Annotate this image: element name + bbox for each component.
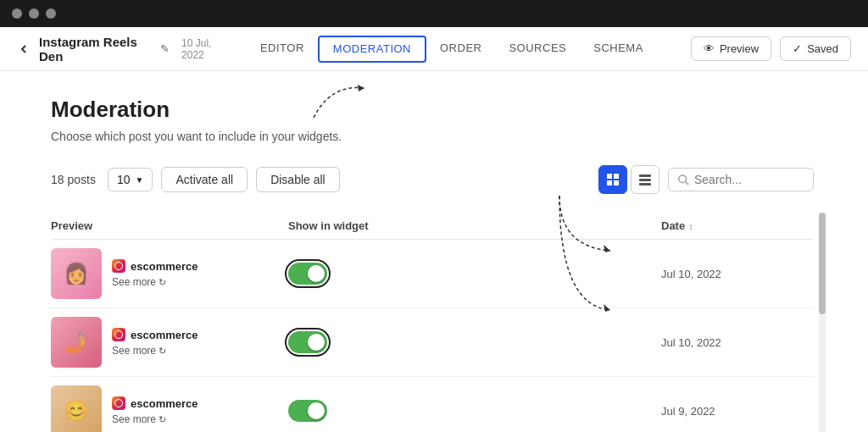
- table-header: Preview Show in widget Date ↕: [51, 213, 814, 240]
- scrollbar-thumb[interactable]: [819, 213, 826, 314]
- header-actions: 👁 Preview ✓ Saved: [691, 36, 851, 61]
- svg-rect-4: [614, 180, 619, 186]
- col-preview: Preview: [51, 219, 288, 232]
- toggle-knob-1: [308, 265, 325, 282]
- post-author-2: escommerce: [112, 328, 198, 341]
- table-row: 😊 escommerce See more ↻: [51, 377, 814, 432]
- post-author-1: escommerce: [112, 259, 198, 273]
- posts-count: 18 posts: [51, 173, 96, 186]
- toolbar: 18 posts 10 ▼ Activate all Disable all: [51, 165, 814, 194]
- instagram-icon-1: [112, 259, 125, 273]
- post-thumbnail-2: 🤳: [51, 317, 102, 368]
- see-more-3[interactable]: See more ↻: [112, 413, 198, 425]
- tab-moderation[interactable]: MODERATION: [318, 36, 426, 63]
- svg-rect-1: [607, 174, 612, 179]
- svg-rect-2: [614, 174, 619, 179]
- post-info-2: escommerce See more ↻: [112, 328, 198, 357]
- instagram-icon-3: [112, 396, 125, 410]
- traffic-light-2: [29, 8, 39, 19]
- tab-editor[interactable]: EDITOR: [247, 27, 318, 71]
- instagram-icon-2: [112, 328, 125, 341]
- sort-icon[interactable]: ↕: [688, 221, 693, 231]
- preview-button[interactable]: 👁 Preview: [691, 36, 771, 61]
- grid-icon: [606, 173, 620, 186]
- page-title: Moderation: [51, 97, 814, 123]
- post-thumbnail-3: 😊: [51, 385, 102, 432]
- table-row: 🤳 escommerce See more ↻: [51, 308, 814, 377]
- search-icon: [677, 174, 689, 186]
- header: Instagram Reels Den ✎ 10 Jul, 2022 EDITO…: [0, 27, 868, 71]
- svg-rect-6: [639, 179, 651, 181]
- per-page-select[interactable]: 10 ▼: [108, 168, 153, 191]
- toggle-cell-3: [288, 400, 661, 422]
- post-author-3: escommerce: [112, 396, 198, 410]
- see-more-2[interactable]: See more ↻: [112, 345, 198, 357]
- saved-button[interactable]: ✓ Saved: [780, 36, 851, 61]
- toggle-1[interactable]: [288, 263, 327, 285]
- view-toggle: [598, 165, 659, 194]
- post-info-1: escommerce See more ↻: [112, 259, 198, 288]
- per-page-value: 10: [117, 173, 131, 186]
- eye-icon: 👁: [704, 42, 715, 55]
- chevron-down-icon: ▼: [136, 175, 144, 185]
- toggle-3[interactable]: [288, 400, 327, 422]
- tab-order[interactable]: ORDER: [426, 27, 495, 71]
- svg-point-8: [679, 175, 687, 183]
- search-box[interactable]: [668, 168, 814, 191]
- date-1: Jul 10, 2022: [661, 268, 814, 280]
- svg-rect-5: [639, 174, 651, 177]
- traffic-light-1: [12, 8, 22, 19]
- toggle-cell-2: [288, 331, 661, 353]
- post-info-3: escommerce See more ↻: [112, 396, 198, 425]
- toggle-knob-2: [308, 334, 325, 351]
- table-row: 👩 escommerce See more ↻: [51, 240, 814, 308]
- post-preview-2: 🤳 escommerce See more ↻: [51, 317, 288, 368]
- edit-icon[interactable]: ✎: [160, 42, 170, 55]
- post-preview-1: 👩 escommerce See more ↻: [51, 248, 288, 299]
- post-thumbnail-1: 👩: [51, 248, 102, 299]
- tab-schema[interactable]: SCHEMA: [580, 27, 657, 71]
- back-button[interactable]: [17, 42, 31, 56]
- site-title: Instagram Reels Den: [39, 35, 148, 64]
- col-date: Date ↕: [661, 219, 814, 232]
- top-bar: [0, 0, 868, 27]
- header-left: Instagram Reels Den ✎ 10 Jul, 2022: [17, 35, 230, 64]
- disable-all-button[interactable]: Disable all: [256, 167, 340, 192]
- refresh-icon-1: ↻: [159, 277, 166, 287]
- svg-rect-7: [639, 183, 651, 186]
- saved-label: Saved: [807, 42, 838, 55]
- refresh-icon-2: ↻: [159, 346, 166, 356]
- date-3: Jul 9, 2022: [661, 405, 814, 418]
- list-icon: [638, 173, 652, 186]
- check-icon: ✓: [793, 42, 802, 55]
- search-input[interactable]: [694, 173, 804, 186]
- toggle-knob-3: [308, 402, 325, 419]
- preview-label: Preview: [720, 42, 759, 55]
- main-content: Moderation Choose which post you want to…: [25, 71, 839, 432]
- table-area: Preview Show in widget Date ↕ 👩 esc: [51, 213, 814, 432]
- refresh-icon-3: ↻: [159, 414, 166, 424]
- scrollbar-track[interactable]: [819, 213, 826, 432]
- header-date: 10 Jul, 2022: [181, 37, 230, 61]
- svg-rect-3: [607, 180, 612, 186]
- toggle-2[interactable]: [288, 331, 327, 353]
- svg-line-9: [686, 182, 689, 186]
- activate-all-button[interactable]: Activate all: [161, 167, 248, 192]
- nav-tabs: EDITOR MODERATION ORDER SOURCES SCHEMA: [247, 27, 657, 71]
- list-view-button[interactable]: [631, 165, 659, 194]
- page-subtitle: Choose which post you want to include in…: [51, 130, 814, 143]
- see-more-1[interactable]: See more ↻: [112, 276, 198, 288]
- traffic-light-3: [46, 8, 56, 19]
- grid-view-button[interactable]: [598, 165, 627, 194]
- toggle-cell-1: [288, 263, 661, 285]
- post-preview-3: 😊 escommerce See more ↻: [51, 385, 288, 432]
- tab-sources[interactable]: SOURCES: [495, 27, 580, 71]
- col-show-in-widget: Show in widget: [288, 219, 661, 232]
- date-2: Jul 10, 2022: [661, 336, 814, 349]
